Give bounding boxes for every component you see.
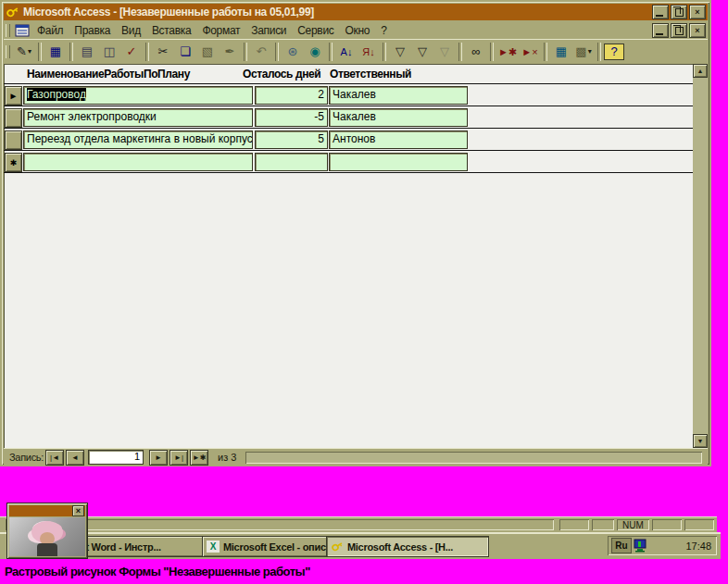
chevron-down-icon: ▾: [588, 43, 592, 61]
save-button[interactable]: ▦: [44, 43, 67, 61]
design-view-button[interactable]: ✎▾: [13, 43, 35, 61]
person-field[interactable]: Чакалев: [329, 108, 468, 127]
record-selector[interactable]: [5, 108, 22, 128]
filter-by-form-button[interactable]: ▽: [411, 43, 433, 61]
toolbar-grip[interactable]: [6, 45, 10, 58]
person-field-empty[interactable]: [329, 153, 468, 171]
new-record-button[interactable]: ►✱: [496, 43, 519, 61]
scroll-up-button[interactable]: ▲: [693, 64, 708, 78]
new-record-nav-button[interactable]: ►✱: [190, 450, 208, 466]
undo-button[interactable]: ↶: [250, 43, 272, 61]
menu-insert[interactable]: Вставка: [146, 22, 197, 39]
person-field[interactable]: Чакалев: [329, 86, 468, 105]
restore-button[interactable]: [671, 5, 687, 19]
name-field-empty[interactable]: [23, 153, 253, 171]
insert-hyperlink-button[interactable]: ⊛: [282, 43, 304, 61]
first-record-button[interactable]: |◄: [45, 450, 64, 466]
database-window-button[interactable]: ▦: [550, 43, 572, 61]
print-button[interactable]: ▤: [76, 43, 98, 61]
new-object-button[interactable]: ▩▾: [572, 43, 595, 61]
sort-descending-button[interactable]: Я↓: [358, 43, 380, 61]
record-selector[interactable]: [5, 130, 22, 150]
sort-ascending-button[interactable]: А↓: [335, 43, 358, 61]
status-panel: [592, 519, 614, 530]
child-close-button[interactable]: ×: [689, 23, 706, 38]
spelling-button[interactable]: ✓: [120, 43, 143, 61]
taskbar-button-excel[interactable]: X Microsoft Excel - описа...: [202, 536, 330, 557]
apply-filter-button[interactable]: ▽: [433, 43, 456, 61]
menu-window[interactable]: Окно: [340, 22, 376, 39]
copy-icon: ❏: [180, 43, 191, 61]
child-restore-button[interactable]: [671, 23, 687, 38]
access-key-icon: [331, 541, 344, 553]
access-key-icon: [6, 6, 19, 19]
name-field[interactable]: Ремонт электропроводки: [23, 108, 253, 127]
status-panel: [559, 519, 589, 530]
save-icon: ▦: [50, 43, 61, 61]
minimize-icon: [656, 15, 663, 17]
vertical-scrollbar[interactable]: ▲ ▼: [693, 64, 708, 448]
horizontal-scrollbar[interactable]: [245, 452, 702, 464]
language-indicator[interactable]: Ru: [611, 538, 632, 553]
current-record-input[interactable]: 1: [88, 450, 144, 465]
status-bar: NUM: [0, 516, 717, 533]
column-header-days: Осталось дней: [243, 68, 320, 81]
close-icon: ×: [695, 26, 699, 35]
toolbar-separator: [244, 43, 247, 61]
filter-by-selection-icon: ▽: [395, 43, 405, 61]
format-painter-button[interactable]: ✒: [219, 43, 241, 61]
help-button[interactable]: ?: [604, 43, 624, 60]
current-record-arrow-icon: ►: [9, 91, 19, 101]
table-row: Ремонт электропроводки -5 Чакалев: [4, 106, 693, 129]
title-bar[interactable]: Microsoft Access - [Незавершенные работы…: [4, 4, 708, 20]
child-minimize-button[interactable]: [652, 23, 669, 38]
menu-help[interactable]: ?: [375, 22, 392, 39]
web-toolbar-button[interactable]: ◉: [304, 43, 326, 61]
chevron-down-icon: ▾: [28, 43, 31, 61]
find-button[interactable]: ∞: [465, 43, 487, 61]
menu-tools[interactable]: Сервис: [292, 22, 339, 39]
days-field[interactable]: -5: [255, 108, 328, 127]
menu-view[interactable]: Вид: [116, 22, 146, 39]
menu-format[interactable]: Формат: [196, 22, 245, 39]
taskbar-button-access[interactable]: Microsoft Access - [Н...: [326, 536, 489, 557]
current-record-selector[interactable]: ►: [5, 86, 22, 106]
apply-filter-icon: ▽: [440, 43, 449, 61]
days-field-empty[interactable]: [255, 153, 328, 171]
copy-button[interactable]: ❏: [174, 43, 196, 61]
print-preview-button[interactable]: ◫: [98, 43, 120, 61]
sort-descending-icon: Я↓: [362, 43, 374, 61]
picture-close-button[interactable]: ×: [72, 505, 84, 516]
menu-file[interactable]: Файл: [31, 22, 69, 39]
menu-edit[interactable]: Правка: [69, 22, 116, 39]
cut-button[interactable]: ✂: [152, 43, 174, 61]
restore-icon: [675, 8, 684, 17]
new-record-selector[interactable]: ✱: [5, 153, 22, 172]
delete-record-button[interactable]: ►×: [519, 43, 541, 61]
days-field[interactable]: 2: [255, 86, 328, 105]
figure-caption: Растровый рисунок Формы "Незавершенные р…: [5, 565, 310, 578]
menubar-grip[interactable]: [6, 24, 10, 37]
filter-by-selection-button[interactable]: ▽: [389, 43, 411, 61]
name-field[interactable]: Газопровод: [23, 86, 253, 105]
name-field[interactable]: Переезд отдела маркетинга в новый корпус: [23, 130, 253, 149]
menu-records[interactable]: Записи: [245, 22, 292, 39]
selected-text: Газопровод: [27, 88, 86, 101]
previous-record-button[interactable]: ◄: [66, 450, 84, 466]
toolbar-separator: [458, 43, 462, 61]
scroll-down-button[interactable]: ▼: [693, 434, 708, 448]
picture-window-titlebar[interactable]: ×: [9, 505, 85, 516]
person-field[interactable]: Антонов: [329, 130, 468, 149]
status-panel: [684, 519, 714, 530]
column-header-name: НаименованиеРаботыПоПлану: [27, 68, 190, 81]
paste-button[interactable]: ▧: [196, 43, 219, 61]
table-row: Переезд отдела маркетинга в новый корпус…: [4, 129, 693, 151]
minimize-button[interactable]: [652, 5, 669, 19]
picture-window[interactable]: ×: [6, 503, 88, 559]
close-button[interactable]: ×: [689, 5, 706, 19]
days-field[interactable]: 5: [255, 130, 328, 149]
last-record-button[interactable]: ►|: [169, 450, 188, 466]
next-record-button[interactable]: ►: [149, 450, 168, 466]
tray-display-icon[interactable]: [634, 539, 646, 553]
status-panel: [652, 519, 682, 530]
